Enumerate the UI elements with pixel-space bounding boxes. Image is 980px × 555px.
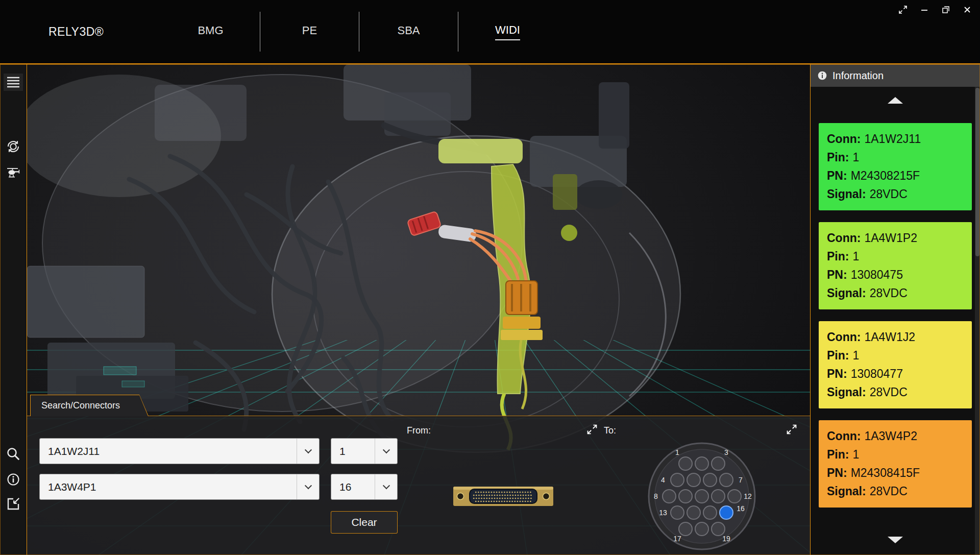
connection-card[interactable]: Conn:1A1W2J11 Pin:1 PN:M24308215F Signal… [819, 123, 972, 210]
nav-tab-sba[interactable]: SBA [359, 24, 458, 40]
nav-tab-bmg[interactable]: BMG [161, 24, 260, 40]
menu-icon [7, 77, 20, 88]
to-connector-select[interactable]: 1A3W4P1 [39, 474, 320, 500]
expand-to-view-button[interactable] [786, 423, 799, 437]
window-controls [896, 3, 974, 16]
minimize-button[interactable] [918, 3, 931, 16]
scroll-up-button[interactable] [888, 97, 903, 104]
connection-cards: Conn:1A1W2J11 Pin:1 PN:M24308215F Signal… [819, 123, 972, 508]
pn-value: 13080475 [851, 268, 903, 281]
pin-label: 7 [739, 476, 743, 484]
connector-pin[interactable] [712, 457, 725, 470]
pin-label: Pin: [827, 448, 849, 461]
connector-pin[interactable] [687, 473, 700, 487]
pn-label: PN: [827, 367, 847, 380]
helicopter-view-button[interactable] [6, 165, 21, 181]
menu-button[interactable] [4, 74, 23, 91]
pin-label: 13 [659, 509, 667, 517]
signal-label: Signal: [827, 485, 866, 498]
info-tool-button[interactable] [6, 472, 21, 487]
to-connector-value: 1A3W4P1 [40, 481, 297, 493]
search-connectors-tab[interactable]: Search/Connectors [30, 395, 149, 416]
chevron-down-icon [297, 439, 319, 464]
pin-label: 8 [654, 492, 658, 500]
expand-from-view-button[interactable] [586, 423, 599, 437]
fullscreen-button[interactable] [896, 3, 910, 16]
restore-button[interactable] [939, 3, 952, 16]
nav-tab-widi[interactable]: WIDI [458, 23, 557, 40]
connector-pin[interactable] [687, 506, 700, 519]
pin-label: 17 [673, 535, 681, 543]
close-icon [962, 5, 972, 15]
conn-label: Conn: [827, 330, 861, 344]
to-pin-select[interactable]: 16 [331, 474, 398, 500]
connector-pin[interactable] [695, 457, 708, 470]
report-tool-button[interactable] [6, 496, 21, 512]
connector-pin-16-selected[interactable] [720, 506, 733, 519]
connector-pin[interactable] [671, 473, 684, 487]
connection-card[interactable]: Conn:1A3W4P2 Pin:1 PN:M24308415F Signal:… [819, 420, 972, 508]
pin-value: 1 [852, 151, 859, 164]
to-connector-face-view[interactable]: 1 3 4 7 8 12 13 16 17 19 [645, 439, 759, 553]
connector-pin[interactable] [695, 522, 708, 536]
conn-value: 1A1W2J11 [864, 132, 921, 146]
brand-logo: RELY3D® [0, 25, 161, 39]
connection-card[interactable]: Conn:1A4W1P2 Pin:1 PN:13080475 Signal:28… [819, 222, 972, 309]
connector-pin[interactable] [679, 457, 692, 470]
pin-label: 1 [675, 448, 679, 456]
search-icon [6, 446, 21, 462]
pin-label: 19 [722, 535, 730, 543]
connector-pin[interactable] [679, 522, 692, 536]
nav-tab-widi-label: WIDI [495, 23, 520, 40]
helicopter-icon [6, 166, 20, 180]
dsub-screw-hole [457, 493, 464, 500]
pin-label: 12 [744, 492, 752, 500]
signal-label: Signal: [827, 187, 866, 201]
top-bar: RELY3D® BMG PE SBA WIDI [0, 0, 980, 64]
search-connectors-panel: 1A1W2J11 1 1A3W4P1 16 Clear From: To: [27, 416, 811, 555]
connector-pin[interactable] [695, 490, 708, 503]
signal-value: 28VDC [870, 385, 908, 399]
pin-value: 1 [852, 349, 859, 362]
pin-label: 4 [661, 476, 665, 484]
conn-value: 1A4W1P2 [864, 231, 917, 245]
expand-arrows-icon [586, 423, 598, 436]
pin-value: 1 [852, 448, 859, 461]
connector-pin[interactable] [728, 490, 741, 503]
connector-pin[interactable] [671, 506, 684, 519]
info-scrollbar[interactable] [975, 87, 980, 555]
pn-label: PN: [827, 466, 847, 479]
nav-tab-pe[interactable]: PE [260, 24, 359, 40]
pn-value: M24308215F [851, 169, 920, 182]
info-icon [6, 472, 20, 487]
connector-pin[interactable] [712, 490, 725, 503]
pn-label: PN: [827, 268, 847, 281]
report-icon [6, 496, 21, 512]
connector-pin[interactable] [663, 490, 676, 503]
pin-label: 3 [724, 448, 728, 456]
from-pin-value: 1 [331, 445, 375, 457]
minimize-icon [919, 5, 929, 15]
expand-arrows-icon [786, 423, 798, 436]
connector-pin[interactable] [679, 490, 692, 503]
signal-value: 28VDC [870, 187, 908, 201]
scroll-down-button[interactable] [888, 537, 903, 543]
connector-pin[interactable] [720, 473, 733, 487]
scrollbar-thumb[interactable] [975, 88, 979, 256]
from-pin-select[interactable]: 1 [331, 438, 398, 464]
connector-pin[interactable] [703, 506, 717, 519]
connector-pin[interactable] [712, 522, 725, 536]
orbit-rotate-button[interactable] [6, 139, 21, 154]
dsub-insert [470, 489, 537, 503]
from-connector-face-view[interactable] [452, 480, 554, 511]
search-tool-button[interactable] [6, 446, 21, 462]
chevron-down-icon [375, 474, 397, 499]
3d-viewport[interactable]: Search/Connectors 1A1W2J11 1 1A3W4P1 16 … [27, 64, 811, 555]
from-connector-select[interactable]: 1A1W2J11 [39, 438, 320, 464]
close-button[interactable] [961, 3, 974, 16]
fullscreen-icon [898, 5, 908, 15]
connector-pin[interactable] [703, 473, 717, 487]
connection-card[interactable]: Conn:1A4W1J2 Pin:1 PN:13080477 Signal:28… [819, 321, 972, 408]
info-circle-icon [817, 70, 827, 81]
clear-button[interactable]: Clear [331, 511, 398, 534]
